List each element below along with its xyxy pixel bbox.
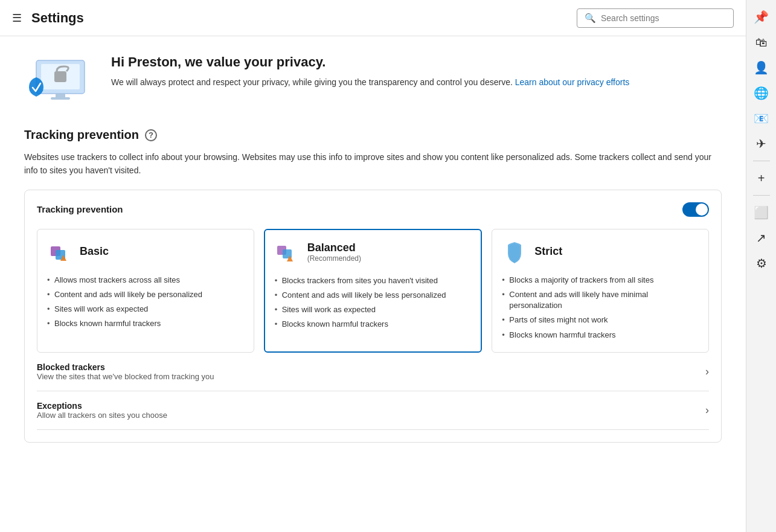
tracking-prevention-desc: Websites use trackers to collect info ab… xyxy=(24,150,722,178)
option-strict-title: Strict xyxy=(534,245,562,258)
exceptions-left: Exceptions Allow all trackers on sites y… xyxy=(37,401,167,420)
basic-icon xyxy=(47,239,72,264)
list-item: Blocks trackers from sites you haven't v… xyxy=(275,274,472,288)
privacy-text: Hi Preston, we value your privacy. We wi… xyxy=(111,54,629,89)
menu-icon[interactable]: ☰ xyxy=(12,11,22,25)
privacy-banner: Hi Preston, we value your privacy. We wi… xyxy=(24,54,722,109)
page-title: Settings xyxy=(31,10,567,26)
option-balanced-title: Balanced xyxy=(307,242,361,254)
option-basic-header: Basic xyxy=(47,239,244,264)
search-icon: 🔍 xyxy=(585,13,596,24)
option-strict-list: Blocks a majority of trackers from all s… xyxy=(502,273,699,342)
svg-rect-3 xyxy=(56,94,65,97)
option-strict-title-block: Strict xyxy=(534,245,562,258)
list-item: Parts of sites might not work xyxy=(502,313,699,327)
privacy-description: We will always protect and respect your … xyxy=(111,76,629,89)
blocked-trackers-title: Blocked trackers xyxy=(37,362,214,372)
svg-rect-2 xyxy=(54,71,66,82)
options-row: Basic Allows most trackers across all si… xyxy=(37,229,709,353)
privacy-illustration xyxy=(24,54,97,109)
send-icon[interactable]: ✈ xyxy=(751,133,772,155)
list-item: Blocks known harmful trackers xyxy=(275,317,472,332)
list-item: Allows most trackers across all sites xyxy=(47,273,244,287)
search-input[interactable] xyxy=(601,13,726,23)
help-icon[interactable]: ? xyxy=(145,129,157,141)
exceptions-desc: Allow all trackers on sites you choose xyxy=(37,411,167,420)
tracking-prevention-title-row: Tracking prevention ? xyxy=(24,128,722,142)
list-item: Sites will work as expected xyxy=(47,302,244,316)
tracking-toggle[interactable] xyxy=(682,202,709,217)
share-icon[interactable]: ↗ xyxy=(751,227,772,249)
option-balanced-header: Balanced (Recommended) xyxy=(275,240,472,265)
settings-icon[interactable]: ⚙ xyxy=(751,252,772,274)
tracking-prevention-title: Tracking prevention xyxy=(24,128,139,142)
chevron-right-icon: › xyxy=(705,365,709,378)
blocked-trackers-left: Blocked trackers View the sites that we'… xyxy=(37,362,214,381)
option-balanced-list: Blocks trackers from sites you haven't v… xyxy=(275,274,472,332)
exceptions-link[interactable]: Exceptions Allow all trackers on sites y… xyxy=(37,391,709,430)
option-strict-header: Strict xyxy=(502,239,699,264)
option-balanced-title-block: Balanced (Recommended) xyxy=(307,242,361,263)
exceptions-title: Exceptions xyxy=(37,401,167,411)
option-balanced[interactable]: Balanced (Recommended) Blocks trackers f… xyxy=(264,229,483,353)
sidebar-divider-bottom xyxy=(753,195,770,196)
content-area: Hi Preston, we value your privacy. We wi… xyxy=(0,36,746,532)
window-icon[interactable]: ⬜ xyxy=(751,202,772,223)
list-item: Sites will work as expected xyxy=(275,303,472,317)
privacy-greeting: Hi Preston, we value your privacy. xyxy=(111,54,629,70)
option-basic-title-block: Basic xyxy=(80,245,109,258)
option-basic-title: Basic xyxy=(80,245,109,258)
option-basic-list: Allows most trackers across all sites Co… xyxy=(47,273,244,332)
add-icon[interactable]: + xyxy=(751,167,772,189)
outlook-icon[interactable]: 📧 xyxy=(751,107,772,129)
bag-icon[interactable]: 🛍 xyxy=(751,31,772,53)
strict-icon xyxy=(502,239,527,264)
list-item: Blocks a majority of trackers from all s… xyxy=(502,273,699,287)
option-balanced-subtitle: (Recommended) xyxy=(307,254,361,263)
people-icon[interactable]: 👤 xyxy=(751,57,772,79)
tracking-prevention-card: Tracking prevention xyxy=(24,190,722,443)
tracking-card-header: Tracking prevention xyxy=(37,202,709,217)
tracking-card-title: Tracking prevention xyxy=(37,204,123,214)
pin-icon[interactable]: 📌 xyxy=(751,6,772,28)
svg-rect-4 xyxy=(51,97,70,100)
list-item: Content and ads will likely have minimal… xyxy=(502,287,699,313)
chevron-right-icon: › xyxy=(705,404,709,417)
header: ☰ Settings 🔍 xyxy=(0,0,746,36)
list-item: Blocks known harmful trackers xyxy=(502,328,699,342)
list-item: Content and ads will likely be personali… xyxy=(47,287,244,302)
right-sidebar: 📌 🛍 👤 🌐 📧 ✈ + ⬜ ↗ ⚙ xyxy=(746,0,776,532)
list-item: Content and ads will likely be less pers… xyxy=(275,288,472,303)
sidebar-divider xyxy=(753,161,770,161)
option-strict[interactable]: Strict Blocks a majority of trackers fro… xyxy=(492,229,709,353)
blocked-trackers-desc: View the sites that we've blocked from t… xyxy=(37,372,214,381)
privacy-link[interactable]: Learn about our privacy efforts xyxy=(515,77,630,87)
search-bar: 🔍 xyxy=(577,8,734,28)
browser-icon[interactable]: 🌐 xyxy=(751,82,772,104)
blocked-trackers-link[interactable]: Blocked trackers View the sites that we'… xyxy=(37,353,709,391)
balanced-icon xyxy=(275,240,300,265)
list-item: Blocks known harmful trackers xyxy=(47,316,244,331)
option-basic[interactable]: Basic Allows most trackers across all si… xyxy=(37,229,254,353)
